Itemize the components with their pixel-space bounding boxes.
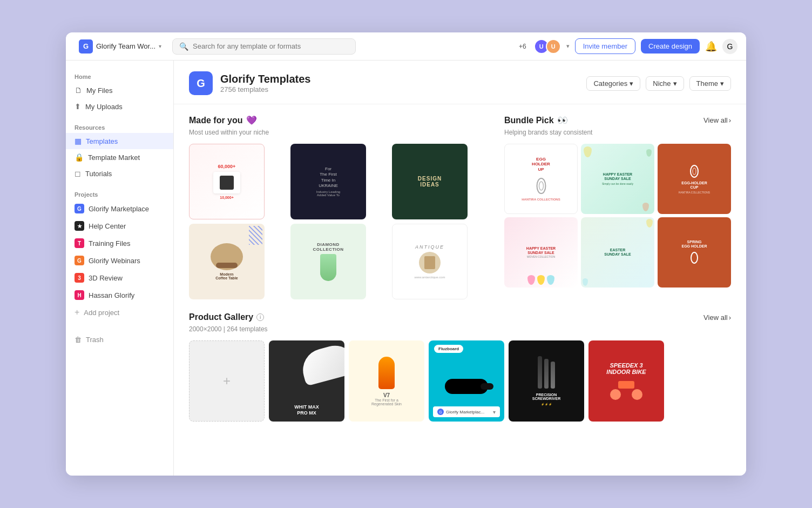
project-dot-help: ★ <box>75 221 84 231</box>
categories-filter-button[interactable]: Categories ▾ <box>586 76 640 91</box>
sidebar-item-training-files[interactable]: T Training Files <box>66 235 173 252</box>
market-icon: 🔒 <box>75 153 84 162</box>
workspace-icon: G <box>79 39 93 54</box>
sidebar-item-help-center[interactable]: ★ Help Center <box>66 217 173 235</box>
product-card-shoe[interactable]: WHIT MAXPRO MX <box>269 340 344 422</box>
bundle-card-egg-cup-orange[interactable]: EGG-HOLDERCUP HANTIRA COLLECTIONS <box>658 144 731 214</box>
project-dot-hassan: H <box>75 290 84 300</box>
avatar: U <box>546 39 561 54</box>
sidebar-tutorials-label: Tutorials <box>85 170 112 178</box>
templates-grid: 60,000+ 10,000+ ForThe FirstTime InUKRAI… <box>189 144 489 299</box>
brand-count: 2756 templates <box>220 85 310 93</box>
brand-title: Glorify Templates <box>220 73 310 85</box>
bundle-card-easter-sunday[interactable]: EASTERSUNDAY SALE <box>581 217 654 288</box>
sidebar-item-templates[interactable]: ▦ Templates <box>66 133 173 149</box>
chevron-theme-icon: ▾ <box>720 79 724 88</box>
invite-member-button[interactable]: Invite member <box>575 38 635 54</box>
notification-icon[interactable]: 🔔 <box>705 41 717 52</box>
made-for-you-section: Made for you 💜 Most used within your nic… <box>189 115 489 299</box>
made-for-you-title: Made for you 💜 <box>189 115 257 125</box>
sidebar-item-my-uploads[interactable]: ⬆ My Uploads <box>66 98 173 115</box>
template-card-diamond[interactable]: DIAMONDCOLLECTION <box>290 224 366 299</box>
search-input[interactable] <box>193 42 349 50</box>
template-card-stats[interactable]: 60,000+ 10,000+ <box>189 144 265 219</box>
sidebar-item-3d-review[interactable]: 3 3D Review <box>66 269 173 286</box>
bundle-pick-header: Bundle Pick 👀 View all › <box>504 115 731 125</box>
workspace-selector[interactable]: G Glorify Team Wor... ▾ <box>75 37 166 56</box>
niche-filter-button[interactable]: Niche ▾ <box>646 76 684 91</box>
sidebar-item-trash[interactable]: 🗑 Trash <box>66 332 173 347</box>
template-card-coffee-table[interactable]: ModernCoffee Table <box>189 224 265 299</box>
product-card-v7[interactable]: V7 The First for aRegenerated Skin <box>349 340 424 422</box>
content-header: G Glorify Templates 2756 templates Categ… <box>174 61 746 104</box>
heart-emoji: 💜 <box>246 115 257 125</box>
product-gallery-header: Product Gallery i View all › <box>189 312 731 322</box>
sections-wrap: Made for you 💜 Most used within your nic… <box>174 104 746 432</box>
product-card-add[interactable]: + <box>189 340 265 422</box>
filter-bar: Categories ▾ Niche ▾ Theme ▾ <box>586 76 731 91</box>
bundle-pick-title: Bundle Pick 👀 <box>504 115 568 125</box>
project-dot-glorify: G <box>75 204 84 213</box>
bundle-card-happy-easter-pink[interactable]: HAPPY EASTERSUNDAY SALE WOVEN COLLECTION <box>504 217 578 288</box>
product-card-torch[interactable]: Fluzboard G Glorify Marketplac... ▾ <box>429 340 504 422</box>
search-icon: 🔍 <box>179 42 188 51</box>
add-project-label: Add project <box>84 309 119 317</box>
sidebar-item-hassan-glorify[interactable]: H Hassan Glorify <box>66 286 173 304</box>
made-for-you-header: Made for you 💜 <box>189 115 489 125</box>
project-glorify-marketplace-label: Glorify Marketplace <box>89 205 149 213</box>
svg-point-4 <box>691 252 698 263</box>
project-dot-3d: 3 <box>75 273 84 283</box>
sidebar-item-glorify-marketplace[interactable]: G Glorify Marketplace <box>66 200 173 217</box>
brand-title-area: G Glorify Templates 2756 templates <box>189 71 310 95</box>
avatar-dropdown-chevron[interactable]: ▾ <box>566 43 570 50</box>
sidebar-item-tutorials[interactable]: ◻ Tutorials <box>66 165 173 182</box>
add-project-button[interactable]: + Add project <box>66 304 173 321</box>
project-webinars-label: Glorify Webinars <box>89 257 140 265</box>
app-window: G Glorify Team Wor... ▾ 🔍 +6 U U ▾ Invit… <box>66 32 746 476</box>
add-icon: + <box>223 373 231 389</box>
google-icon[interactable]: G <box>722 39 737 54</box>
template-card-design-ideas[interactable]: DESIGNIDEAS <box>392 144 468 219</box>
avatar-stack: U U <box>534 39 561 54</box>
sidebar: Home 🗋 My Files ⬆ My Uploads Resources ▦… <box>66 61 174 476</box>
bundle-subtitle: Helping brands stay consistent <box>504 129 731 136</box>
upload-icon: ⬆ <box>75 102 81 111</box>
bundle-view-all[interactable]: View all › <box>703 116 731 124</box>
made-for-you-subtitle: Most used within your niche <box>189 129 489 136</box>
search-bar: 🔍 <box>172 38 356 55</box>
eyes-emoji: 👀 <box>557 115 568 125</box>
template-card-ukraine[interactable]: ForThe FirstTime InUKRAINE Industry Lead… <box>290 144 366 219</box>
svg-point-1 <box>539 182 543 190</box>
chevron-niche-icon: ▾ <box>673 79 677 88</box>
content-area: G Glorify Templates 2756 templates Categ… <box>174 61 746 476</box>
product-card-screwdriver[interactable]: PRECISIONSCREWDRIVER ⚡ ⚡ ⚡ <box>509 340 584 422</box>
project-3d-review-label: 3D Review <box>89 274 123 282</box>
product-gallery-section: Product Gallery i View all › 2000×2000 |… <box>189 312 731 422</box>
theme-label: Theme <box>696 79 718 88</box>
product-gallery-view-all[interactable]: View all › <box>703 313 731 322</box>
project-hassan-label: Hassan Glorify <box>89 291 134 299</box>
trash-icon: 🗑 <box>75 336 82 344</box>
bundle-card-easter-teal[interactable]: HAPPY EASTERSUNDAY SALE Simply can be do… <box>581 144 654 214</box>
categories-label: Categories <box>593 79 627 88</box>
sidebar-my-files-label: My Files <box>86 86 112 95</box>
sidebar-item-template-market[interactable]: 🔒 Template Market <box>66 149 173 165</box>
svg-point-2 <box>691 165 698 177</box>
topbar: G Glorify Team Wor... ▾ 🔍 +6 U U ▾ Invit… <box>66 32 746 61</box>
sidebar-item-glorify-webinars[interactable]: G Glorify Webinars <box>66 252 173 269</box>
bundle-card-spring-egg[interactable]: SPRINGEGG HOLDER <box>658 217 731 288</box>
create-design-button[interactable]: Create design <box>641 39 700 54</box>
theme-filter-button[interactable]: Theme ▾ <box>689 76 731 91</box>
product-gallery-meta: 2000×2000 | 264 templates <box>189 325 731 333</box>
chevron-categories-icon: ▾ <box>630 79 633 88</box>
projects-label: Projects <box>66 187 173 200</box>
product-card-bike[interactable]: SPEEDEX 3INDOOR BIKE <box>588 340 664 422</box>
two-col-layout: Made for you 💜 Most used within your nic… <box>189 115 731 299</box>
bundle-card-egg-holder[interactable]: EGGHOLDERUP HANTIRA COLLECTIONS <box>504 144 578 214</box>
resources-label: Resources <box>66 120 173 133</box>
template-card-antique[interactable]: ANTIQUE www.antarctique.com <box>392 224 468 299</box>
product-gallery-title: Product Gallery i <box>189 312 264 322</box>
file-icon: 🗋 <box>75 86 82 95</box>
sidebar-templates-label: Templates <box>86 137 118 145</box>
sidebar-item-my-files[interactable]: 🗋 My Files <box>66 82 173 98</box>
